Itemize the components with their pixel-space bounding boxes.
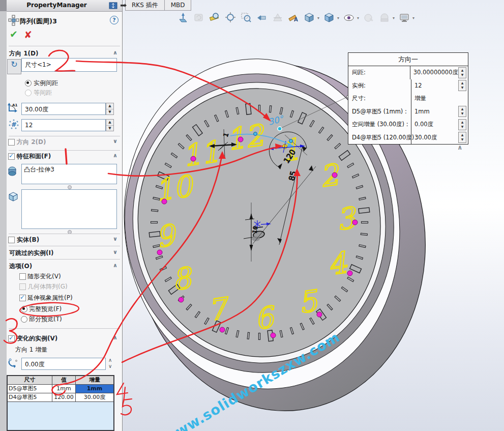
bodies-expand-icon[interactable]: ∨ bbox=[113, 236, 117, 242]
rebuild-icon[interactable] bbox=[193, 12, 205, 24]
display-style-icon[interactable] bbox=[323, 12, 335, 24]
table-header[interactable]: 值 bbox=[52, 376, 76, 385]
hour-tick bbox=[168, 284, 180, 295]
apply-scene-icon[interactable] bbox=[378, 12, 391, 24]
zoom-to-area-icon[interactable] bbox=[240, 12, 252, 24]
table-cell[interactable]: 120.00 bbox=[52, 393, 76, 402]
callout-row-spinner[interactable]: ▲▼ bbox=[458, 106, 466, 117]
pin-icon[interactable] bbox=[120, 2, 129, 10]
callout-row-spinner[interactable]: ▲▼ bbox=[458, 80, 466, 91]
features-list-item[interactable]: 凸台-拉伸3 bbox=[24, 166, 54, 173]
view-orientation-dropdown[interactable]: ▾ bbox=[317, 16, 319, 20]
instance-spacing-radio[interactable] bbox=[25, 80, 32, 87]
apply-scene-dropdown[interactable]: ▾ bbox=[393, 16, 395, 20]
arc-handle-dot bbox=[289, 139, 293, 143]
hide-show-items-icon[interactable] bbox=[343, 12, 355, 24]
features-list-resize-handle[interactable] bbox=[68, 185, 72, 189]
pattern-point-dot bbox=[162, 199, 167, 204]
view-axis-icon[interactable] bbox=[177, 12, 189, 24]
panel-expand-icon[interactable] bbox=[109, 2, 118, 10]
callout-row-value[interactable]: 30.00度 bbox=[411, 134, 458, 141]
angle-input[interactable]: 30.00度 bbox=[21, 103, 106, 115]
varied-instances-checkbox[interactable] bbox=[8, 335, 15, 342]
hide-show-annotations-icon[interactable]: A bbox=[287, 12, 300, 24]
angle-spinner[interactable]: ▲▼ bbox=[106, 103, 114, 115]
measure-icon[interactable] bbox=[209, 12, 221, 24]
features-faces-header[interactable]: 特征和面(F) bbox=[17, 152, 51, 161]
hour-tick bbox=[316, 309, 327, 320]
instance-count-input[interactable]: 12 bbox=[21, 119, 106, 131]
table-cell[interactable]: 1mm bbox=[76, 385, 113, 393]
features-faces-collapse-icon[interactable]: ∧ bbox=[113, 152, 117, 159]
property-manager-titlebar[interactable]: PropertyManager bbox=[7, 0, 122, 12]
spacing-increment-spinner[interactable]: ∧∨ bbox=[108, 357, 112, 369]
callout-row-value[interactable]: 12 bbox=[411, 82, 458, 89]
instances-to-skip-header[interactable]: 可跳过的实例(I) bbox=[9, 249, 53, 257]
minute-tick bbox=[204, 121, 209, 127]
callout-row-value[interactable]: 增量 bbox=[411, 95, 468, 102]
minute-tick bbox=[225, 110, 229, 117]
view-settings-dropdown[interactable]: ▾ bbox=[412, 16, 414, 20]
vary-sketch-checkbox[interactable] bbox=[19, 273, 26, 280]
direction2-checkbox[interactable] bbox=[8, 139, 15, 146]
hour-tick bbox=[246, 103, 251, 114]
minute-tick bbox=[236, 107, 239, 114]
bodies-checkbox[interactable] bbox=[8, 237, 15, 243]
direction2-expand-icon[interactable]: ∨ bbox=[113, 138, 117, 145]
varied-instances-collapse-icon[interactable]: ∧ bbox=[113, 334, 117, 341]
equal-spacing-radio[interactable] bbox=[25, 90, 32, 96]
minute-tick bbox=[204, 318, 209, 325]
callout-row-spinner[interactable]: ▲▼ bbox=[458, 119, 466, 130]
direction1-collapse-icon[interactable]: ∧ bbox=[113, 49, 117, 56]
options-collapse-icon[interactable]: ∧ bbox=[113, 262, 117, 269]
clock-numeral: 3 bbox=[334, 200, 359, 237]
full-preview-radio[interactable] bbox=[21, 306, 27, 312]
table-cell[interactable]: D4@草图5 bbox=[8, 393, 52, 402]
table-header[interactable]: 尺寸 bbox=[8, 376, 52, 385]
bodies-header[interactable]: 实体(B) bbox=[17, 236, 39, 244]
partial-preview-radio[interactable] bbox=[21, 316, 27, 323]
direction2-header[interactable]: 方向 2(D) bbox=[17, 138, 46, 147]
display-style-dropdown[interactable]: ▾ bbox=[337, 16, 339, 20]
callout-row-value[interactable]: 0.00度 bbox=[411, 121, 458, 128]
section-view-icon[interactable] bbox=[272, 12, 284, 24]
tab-solidworks-addins[interactable]: RKS 插件 bbox=[125, 0, 165, 11]
table-cell[interactable]: D5@草图5 bbox=[8, 385, 52, 393]
hour-tick bbox=[212, 321, 221, 332]
callout-row-value[interactable]: 30.00000000度 bbox=[410, 69, 458, 76]
faces-list[interactable] bbox=[21, 189, 117, 229]
features-list[interactable]: 凸台-拉伸3 bbox=[21, 164, 117, 184]
table-cell[interactable]: 30.00度 bbox=[76, 393, 113, 402]
varied-instances-table[interactable]: 尺寸值增量D5@草图51mm1mmD4@草图5120.0030.00度 bbox=[7, 375, 114, 431]
varied-instances-header[interactable]: 变化的实例(V) bbox=[17, 334, 57, 343]
table-header[interactable]: 增量 bbox=[76, 376, 113, 385]
instances-to-skip-expand-icon[interactable]: ∨ bbox=[113, 249, 117, 255]
callout-row-value[interactable]: 1mm bbox=[411, 108, 458, 115]
instance-count-spinner[interactable]: ▲▼ bbox=[106, 119, 114, 131]
view-orientation-icon[interactable] bbox=[303, 12, 315, 24]
hide-show-items-dropdown[interactable]: ▾ bbox=[357, 16, 359, 20]
help-icon[interactable]: ? bbox=[110, 16, 118, 24]
callout-collapse-icon[interactable]: ∧ bbox=[457, 143, 463, 151]
spacing-increment-input[interactable]: 0.00度 bbox=[21, 358, 106, 370]
table-cell[interactable]: 1mm bbox=[52, 385, 76, 393]
callout-row-spinner[interactable]: ▲▼ bbox=[458, 132, 466, 143]
edit-appearance-icon[interactable] bbox=[363, 12, 375, 24]
hour-tick bbox=[193, 125, 203, 136]
propagate-visual-checkbox[interactable] bbox=[19, 295, 26, 301]
ok-button[interactable]: ✔ bbox=[10, 28, 18, 40]
options-header[interactable]: 选项(O) bbox=[9, 262, 32, 271]
callout-row-spinner[interactable]: ▲▼ bbox=[458, 67, 466, 78]
pattern-point-dot bbox=[317, 312, 322, 317]
cancel-button[interactable]: ✘ bbox=[24, 29, 32, 40]
previous-view-icon[interactable] bbox=[256, 12, 268, 24]
geometry-pattern-checkbox[interactable] bbox=[19, 283, 26, 290]
direction1-header[interactable]: 方向 1(D) bbox=[9, 49, 38, 58]
minute-tick bbox=[356, 185, 363, 189]
pattern-axis-input[interactable]: 尺寸<1> bbox=[21, 58, 117, 72]
zoom-to-fit-icon[interactable] bbox=[224, 12, 236, 24]
features-faces-checkbox[interactable] bbox=[8, 153, 15, 160]
view-settings-icon[interactable] bbox=[398, 12, 410, 24]
tab-mbd[interactable]: MBD bbox=[165, 0, 192, 11]
pattern-axis-icon[interactable]: ↻ bbox=[7, 59, 21, 74]
